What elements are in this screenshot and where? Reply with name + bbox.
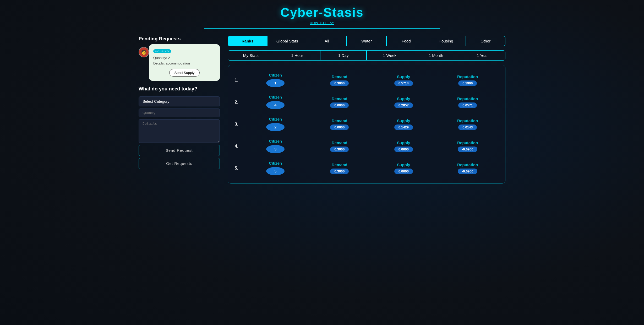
citizen-id-badge: 3 (266, 145, 285, 153)
reputation-value: 0.1900 (458, 80, 477, 86)
tab-my-stats[interactable]: My Stats (228, 50, 274, 61)
details-label: Details: accommodation (153, 61, 216, 65)
ranks-table: 1. Citizen 1 Demand 0.3000 Supply 0.5714… (228, 65, 505, 183)
send-supply-button[interactable]: Send Supply (169, 69, 199, 77)
citizen-id-badge: 5 (266, 167, 285, 175)
supply-value: 0.2857 (394, 102, 413, 108)
tab-1-day[interactable]: 1 Day (320, 50, 367, 61)
citizen-label: Citizen (269, 73, 282, 77)
tab-1-week[interactable]: 1 Week (367, 50, 413, 61)
tab-1-month[interactable]: 1 Month (413, 50, 459, 61)
need-section-title: What do you need today? (139, 86, 220, 92)
details-input[interactable] (139, 119, 220, 143)
avatar: 🧑 (139, 47, 149, 57)
tab-row-1: RanksGlobal StatsAllWaterFoodHousingOthe… (228, 36, 505, 46)
demand-label: Demand (332, 118, 347, 123)
supply-value: 0.0000 (394, 147, 413, 152)
rank-number: 1. (235, 78, 242, 83)
reputation-value: -0.0900 (458, 147, 477, 152)
tab-row-2: My Stats1 Hour1 Day1 Week1 Month1 Year (228, 50, 505, 61)
main-layout: Pending Requests 🧑 HOUSING Quantity: 2 D… (139, 36, 505, 183)
table-row: 2. Citizen 4 Demand 0.0000 Supply 0.2857… (232, 91, 501, 113)
citizen-label: Citizen (269, 95, 282, 99)
how-to-play-link[interactable]: HOW TO PLAY (310, 21, 334, 25)
reputation-col: Reputation -0.0900 (437, 140, 499, 152)
tab-housing[interactable]: Housing (426, 36, 466, 46)
rank-number: 5. (235, 166, 242, 171)
demand-value: 0.0000 (330, 102, 349, 108)
citizen-id-badge: 2 (266, 123, 285, 131)
demand-label: Demand (332, 162, 347, 167)
demand-value: 0.3000 (330, 80, 349, 86)
demand-value: 0.0000 (330, 124, 349, 130)
app-title: Cyber-Stasis (204, 5, 440, 20)
demand-col: Demand 0.0000 (309, 118, 370, 130)
reputation-col: Reputation 0.0571 (437, 96, 499, 108)
tab-all[interactable]: All (307, 36, 347, 46)
app-header: Cyber-Stasis HOW TO PLAY (204, 5, 440, 29)
reputation-label: Reputation (457, 74, 478, 79)
demand-label: Demand (332, 74, 347, 79)
citizen-label: Citizen (269, 161, 282, 165)
demand-col: Demand 0.3000 (309, 140, 370, 152)
supply-label: Supply (397, 74, 410, 79)
reputation-col: Reputation 0.1900 (437, 74, 499, 86)
table-row: 5. Citizen 5 Demand 0.3000 Supply 0.0000… (232, 157, 501, 179)
page-wrapper: Cyber-Stasis HOW TO PLAY Pending Request… (0, 0, 644, 325)
citizen-id-badge: 1 (266, 79, 285, 87)
demand-col: Demand 0.3000 (309, 162, 370, 174)
tab-1-hour[interactable]: 1 Hour (274, 50, 320, 61)
rank-number: 3. (235, 122, 242, 127)
citizen-label: Citizen (269, 139, 282, 143)
quantity-label: Quantity: 2 (153, 56, 216, 60)
supply-col: Supply 0.1429 (373, 118, 434, 130)
supply-label: Supply (397, 162, 410, 167)
send-request-button[interactable]: Send Request (139, 145, 220, 156)
reputation-col: Reputation -0.0900 (437, 162, 499, 174)
pending-requests-title: Pending Requests (139, 36, 220, 42)
supply-col: Supply 0.2857 (373, 96, 434, 108)
tab-ranks[interactable]: Ranks (228, 36, 267, 46)
reputation-label: Reputation (457, 140, 478, 145)
rank-number: 2. (235, 100, 242, 105)
table-row: 3. Citizen 2 Demand 0.0000 Supply 0.1429… (232, 113, 501, 135)
right-panel: RanksGlobal StatsAllWaterFoodHousingOthe… (228, 36, 505, 183)
supply-label: Supply (397, 96, 410, 101)
supply-col: Supply 0.5714 (373, 74, 434, 86)
table-row: 1. Citizen 1 Demand 0.3000 Supply 0.5714… (232, 69, 501, 91)
need-section: What do you need today? Select Category … (139, 86, 220, 169)
left-panel: Pending Requests 🧑 HOUSING Quantity: 2 D… (139, 36, 220, 183)
demand-label: Demand (332, 96, 347, 101)
supply-col: Supply 0.0000 (373, 140, 434, 152)
demand-col: Demand 0.3000 (309, 74, 370, 86)
demand-col: Demand 0.0000 (309, 96, 370, 108)
reputation-label: Reputation (457, 118, 478, 123)
category-select[interactable]: Select Category Water Food Housing Other (139, 96, 220, 106)
pending-card-wrapper: 🧑 HOUSING Quantity: 2 Details: accommoda… (139, 44, 220, 81)
supply-label: Supply (397, 140, 410, 145)
pending-requests-section: Pending Requests 🧑 HOUSING Quantity: 2 D… (139, 36, 220, 81)
rank-number: 4. (235, 144, 242, 149)
tab-1-year[interactable]: 1 Year (459, 50, 505, 61)
demand-value: 0.3000 (330, 169, 349, 174)
tab-other[interactable]: Other (466, 36, 505, 46)
supply-label: Supply (397, 118, 410, 123)
tab-water[interactable]: Water (347, 36, 386, 46)
citizen-col: Citizen 5 (245, 161, 306, 175)
citizen-label: Citizen (269, 117, 282, 121)
citizen-col: Citizen 2 (245, 117, 306, 131)
pending-card: HOUSING Quantity: 2 Details: accommodati… (149, 44, 220, 81)
supply-col: Supply 0.0000 (373, 162, 434, 174)
reputation-label: Reputation (457, 162, 478, 167)
demand-label: Demand (332, 140, 347, 145)
citizen-col: Citizen 3 (245, 139, 306, 153)
tab-global-stats[interactable]: Global Stats (267, 36, 307, 46)
quantity-input[interactable] (139, 109, 220, 117)
tab-food[interactable]: Food (386, 36, 426, 46)
category-badge: HOUSING (153, 49, 171, 53)
get-requests-button[interactable]: Get Requests (139, 158, 220, 169)
supply-value: 0.1429 (394, 124, 413, 130)
reputation-value: 0.0571 (458, 102, 477, 108)
citizen-id-badge: 4 (266, 101, 285, 109)
reputation-col: Reputation 0.0143 (437, 118, 499, 130)
